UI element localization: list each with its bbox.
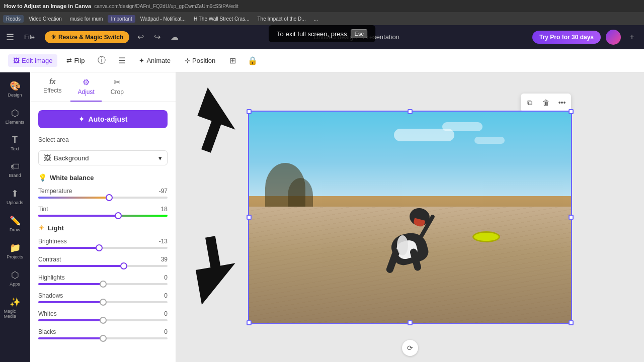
bookmark-reads[interactable]: Reads: [3, 15, 24, 23]
tint-thumb[interactable]: [115, 212, 122, 219]
brightness-slider[interactable]: [38, 247, 168, 249]
lock-button[interactable]: 🔒: [245, 53, 261, 69]
apps-icon: ⬡: [11, 269, 19, 281]
tint-value: 18: [152, 206, 168, 213]
sidebar-item-brand[interactable]: 🏷 Brand: [2, 157, 28, 182]
add-page-icon[interactable]: ＋: [626, 30, 638, 44]
tint-label: Tint: [38, 206, 48, 213]
tab-adjust[interactable]: ⚙ Adjust: [70, 72, 101, 102]
sparkle-icon: ✦: [78, 115, 85, 123]
bookmark-music[interactable]: music for mum: [67, 15, 106, 23]
toolbar-row: 🖼 Edit image ⇄ Flip ⓘ ☰ ✦ Animate ⊹ Posi…: [0, 49, 644, 72]
fullscreen-notice: To exit full screen, press Esc: [269, 25, 375, 42]
redo-button[interactable]: ↪: [152, 30, 163, 44]
avatar[interactable]: [606, 30, 621, 45]
grid-button[interactable]: ⊞: [224, 53, 240, 69]
crop-icon: ✂: [114, 77, 120, 87]
temperature-slider[interactable]: [38, 197, 168, 199]
elements-icon: ⬡: [11, 108, 19, 119]
white-balance-section: 💡 White balance: [38, 173, 168, 182]
sidebar-item-text[interactable]: T Text: [2, 131, 28, 155]
animate-icon: ✦: [139, 57, 144, 64]
undo-button[interactable]: ↩: [135, 30, 146, 44]
copy-image-button[interactable]: ⧉: [523, 96, 537, 110]
whites-label: Whites: [38, 310, 57, 317]
area-select-dropdown[interactable]: 🖼 Background ▾: [38, 150, 168, 165]
bookmark-video[interactable]: Video Creation: [26, 15, 65, 23]
dog-body: [384, 198, 435, 263]
rotate-button[interactable]: ⟳: [402, 340, 418, 356]
contrast-label: Contrast: [38, 256, 61, 263]
temperature-row: Temperature -97: [38, 188, 168, 199]
canvas-bottom-controls: ⟳: [402, 340, 418, 356]
tint-slider[interactable]: [38, 215, 168, 217]
bookmark-wsj[interactable]: H The Wall Street Cras...: [191, 15, 253, 23]
area-select-value: Background: [54, 154, 89, 162]
panel-content: ✦ Auto-adjust Select area 🖼 Background ▾…: [30, 102, 176, 354]
sidebar-item-draw[interactable]: ✏️ Draw: [2, 211, 28, 236]
bookmark-wattpad[interactable]: Wattpad - Notificat...: [137, 15, 189, 23]
fx-icon: fx: [49, 77, 55, 85]
brightness-thumb[interactable]: [96, 244, 103, 251]
bookmark-important[interactable]: Important: [108, 15, 135, 23]
whites-value: 0: [152, 310, 168, 317]
highlights-value: 0: [152, 274, 168, 281]
save-cloud-icon[interactable]: ☁: [169, 30, 181, 44]
delete-image-button[interactable]: 🗑: [539, 96, 553, 110]
whites-row: Whites 0: [38, 310, 168, 321]
auto-adjust-button[interactable]: ✦ Auto-adjust: [38, 110, 168, 128]
edit-image-button[interactable]: 🖼 Edit image: [8, 54, 57, 67]
text-icon: T: [12, 135, 18, 145]
sidebar-item-uploads[interactable]: ⬆ Uploads: [2, 184, 28, 209]
sidebar-item-magic-media[interactable]: ✨ Magic Media: [2, 293, 28, 323]
sidebar-item-elements[interactable]: ⬡ Elements: [2, 104, 28, 129]
white-balance-icon: 💡: [38, 173, 47, 182]
position-button[interactable]: ⊹ Position: [180, 54, 220, 67]
highlights-slider[interactable]: [38, 283, 168, 285]
white-balance-label: White balance: [50, 174, 94, 182]
temperature-thumb[interactable]: [106, 194, 113, 201]
tab-effects[interactable]: fx Effects: [36, 72, 68, 102]
brightness-row: Brightness -13: [38, 238, 168, 249]
info-button[interactable]: ⓘ: [94, 53, 110, 69]
bookmark-more[interactable]: ...: [311, 15, 321, 23]
canvas-image-wrapper[interactable]: ⧉ 🗑 •••: [249, 112, 571, 323]
sidebar-item-projects[interactable]: 📁 Projects: [2, 238, 28, 263]
highlights-label: Highlights: [38, 274, 65, 281]
contrast-slider[interactable]: [38, 265, 168, 267]
animate-button[interactable]: ✦ Animate: [134, 54, 176, 67]
browser-title: How to Adjust an Image in Canva: [4, 3, 91, 9]
sidebar-item-design[interactable]: 🎨 Design: [2, 76, 28, 102]
adjust-panel: fx Effects ⚙ Adjust ✂ Crop ✦ Auto-adjust…: [30, 72, 176, 362]
projects-icon: 📁: [10, 242, 21, 253]
shadows-value: 0: [152, 292, 168, 299]
flip-button[interactable]: ⇄ Flip: [61, 54, 90, 67]
whites-slider[interactable]: [38, 319, 168, 321]
blacks-thumb[interactable]: [100, 335, 107, 342]
shadows-thumb[interactable]: [100, 299, 107, 306]
magic-switch-label: Resize & Magic Switch: [58, 34, 123, 41]
more-options-button[interactable]: •••: [555, 96, 569, 110]
shadows-slider[interactable]: [38, 301, 168, 303]
browser-url: canva.com/design/DAFni_FQ2dU/up_gpCwmZaU…: [94, 4, 238, 9]
esc-badge: Esc: [351, 29, 367, 38]
highlights-thumb[interactable]: [100, 281, 107, 288]
canvas-area[interactable]: ⧉ 🗑 •••: [176, 72, 644, 362]
blacks-label: Blacks: [38, 328, 56, 335]
canvas-image: [249, 112, 571, 323]
sidebar-item-apps[interactable]: ⬡ Apps: [2, 265, 28, 291]
highlights-row: Highlights 0: [38, 274, 168, 285]
contrast-thumb[interactable]: [120, 262, 127, 269]
tab-crop[interactable]: ✂ Crop: [104, 72, 131, 102]
file-menu[interactable]: File: [20, 31, 39, 43]
magic-switch-button[interactable]: ☀ Resize & Magic Switch: [45, 31, 129, 43]
bookmark-impact[interactable]: The Impact of the D...: [255, 15, 309, 23]
try-pro-button[interactable]: Try Pro for 30 days: [532, 31, 601, 44]
align-button[interactable]: ☰: [114, 53, 130, 69]
light-section: ☀ Light: [38, 224, 168, 232]
blacks-slider[interactable]: [38, 337, 168, 339]
whites-thumb[interactable]: [100, 317, 107, 324]
temperature-label: Temperature: [38, 188, 72, 195]
hamburger-icon[interactable]: ☰: [6, 32, 14, 43]
cloud-2: [442, 122, 482, 131]
